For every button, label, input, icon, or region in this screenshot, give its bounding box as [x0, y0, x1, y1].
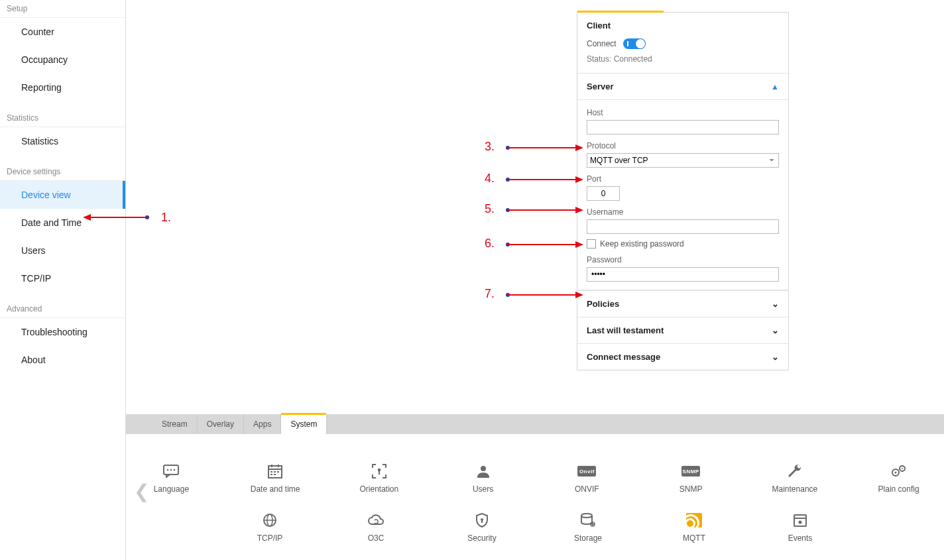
annotation-label-7: 7. [485, 287, 495, 301]
protocol-label: Protocol [587, 141, 779, 150]
tab-overlay[interactable]: Overlay [198, 414, 244, 434]
chevron-down-icon: ⌄ [772, 299, 779, 309]
snmp-badge-icon: SNMP [681, 463, 700, 479]
svg-point-22 [167, 469, 169, 471]
password-label: Password [587, 255, 779, 264]
chevron-down-icon: ⌄ [772, 352, 779, 362]
sidebar-item-reporting[interactable]: Reporting [0, 74, 125, 101]
sidebar-item-occupancy[interactable]: Occupancy [0, 46, 125, 74]
sidebar-group-statistics: Statistics [0, 109, 125, 127]
svg-rect-41 [385, 475, 386, 478]
sidebar-item-tcpip[interactable]: TCP/IP [0, 264, 125, 292]
svg-point-9 [506, 208, 510, 212]
system-icon-snmp[interactable]: SNMP SNMP [659, 463, 723, 494]
system-icon-language[interactable]: Language [139, 463, 204, 494]
chevron-up-icon: ▲ [771, 82, 779, 91]
icon-label: Storage [574, 533, 602, 543]
svg-point-54 [581, 514, 592, 518]
system-icon-storage[interactable]: Storage [555, 512, 621, 543]
cloud-sync-icon [367, 512, 385, 528]
mqtt-icon [685, 512, 703, 528]
tab-system[interactable]: System [281, 414, 327, 434]
icon-label: Orientation [360, 484, 399, 494]
sidebar-item-date-and-time[interactable]: Date and Time [0, 209, 125, 237]
connect-toggle[interactable] [623, 38, 646, 49]
annotation-arrow-3 [504, 141, 583, 154]
system-icon-onvif[interactable]: Onvif ONVIF [555, 463, 619, 494]
system-icon-mqtt[interactable]: MQTT [661, 512, 727, 543]
icon-label: O3C [368, 533, 384, 543]
svg-point-3 [506, 146, 510, 150]
system-icon-o3c[interactable]: O3C [343, 512, 409, 543]
svg-point-6 [506, 178, 510, 182]
last-will-title: Last will testament [587, 325, 664, 335]
svg-point-23 [170, 469, 172, 471]
client-title: Client [587, 21, 779, 30]
svg-point-12 [506, 243, 510, 247]
icon-label: TCP/IP [257, 533, 283, 543]
sidebar-item-troubleshooting[interactable]: Troubleshooting [0, 318, 125, 346]
tab-strip: Stream Overlay Apps System [126, 414, 944, 434]
bottom-bar: Stream Overlay Apps System ❮ Language Da… [126, 414, 944, 560]
sidebar-item-about[interactable]: About [0, 346, 125, 374]
annotation-label-4: 4. [485, 172, 495, 186]
icon-label: Plain config [878, 484, 919, 494]
calendar-dot-icon [791, 512, 809, 528]
system-icon-events[interactable]: Events [767, 512, 833, 543]
last-will-section-header[interactable]: Last will testament ⌄ [577, 317, 788, 343]
chevron-down-icon: ⌄ [772, 325, 779, 335]
system-icon-tcpip[interactable]: TCP/IP [237, 512, 303, 543]
username-input[interactable] [587, 219, 779, 234]
sidebar-item-statistics[interactable]: Statistics [0, 127, 125, 155]
onvif-badge-icon: Onvif [577, 463, 596, 479]
port-input[interactable] [587, 186, 620, 201]
connect-message-title: Connect message [587, 352, 660, 362]
annotation-arrow-6 [504, 238, 583, 251]
svg-rect-37 [385, 464, 386, 468]
system-icon-plainconfig[interactable]: Plain config [866, 463, 931, 494]
calendar-icon [266, 463, 284, 479]
annotation-arrow-5 [504, 203, 583, 217]
svg-rect-33 [274, 474, 276, 475]
server-title: Server [587, 82, 613, 91]
client-section: Client Connect Status: Connected [577, 13, 788, 74]
server-section-header[interactable]: Server ▲ [577, 74, 788, 100]
svg-point-46 [894, 472, 896, 474]
sidebar: Setup Counter Occupancy Reporting Statis… [0, 0, 126, 560]
svg-rect-31 [277, 471, 279, 473]
user-icon [474, 463, 493, 479]
orientation-icon [370, 463, 388, 479]
svg-rect-43 [379, 471, 380, 475]
policies-section-header[interactable]: Policies ⌄ [577, 290, 788, 317]
password-input[interactable] [587, 267, 779, 282]
tab-apps[interactable]: Apps [244, 414, 281, 434]
host-input[interactable] [587, 120, 779, 135]
keep-password-checkbox[interactable] [587, 239, 596, 249]
sidebar-item-device-view[interactable]: Device view [0, 181, 125, 209]
icon-label: Security [467, 533, 496, 543]
system-icon-users[interactable]: Users [451, 463, 515, 494]
connect-status: Status: Connected [587, 54, 779, 64]
sidebar-group-setup: Setup [0, 0, 125, 18]
system-icon-security[interactable]: Security [449, 512, 515, 543]
system-icon-orientation[interactable]: Orientation [347, 463, 412, 494]
connect-label: Connect [587, 39, 617, 48]
system-icon-maintenance[interactable]: Maintenance [763, 463, 827, 494]
icon-label: Maintenance [772, 484, 818, 494]
system-icon-datetime[interactable]: Date and time [243, 463, 308, 494]
icon-label: ONVIF [575, 484, 599, 494]
sidebar-item-users[interactable]: Users [0, 237, 125, 264]
protocol-select[interactable]: MQTT over TCP [587, 153, 779, 168]
svg-point-48 [902, 468, 903, 469]
svg-rect-42 [378, 469, 381, 471]
svg-point-15 [506, 293, 510, 297]
port-label: Port [587, 174, 779, 184]
database-icon [579, 512, 597, 528]
policies-title: Policies [587, 299, 619, 309]
sidebar-item-counter[interactable]: Counter [0, 18, 125, 46]
connect-message-section-header[interactable]: Connect message ⌄ [577, 343, 788, 370]
tab-stream[interactable]: Stream [152, 414, 198, 434]
svg-point-44 [481, 466, 486, 471]
speech-bubble-icon [162, 463, 180, 479]
svg-point-60 [799, 521, 802, 524]
